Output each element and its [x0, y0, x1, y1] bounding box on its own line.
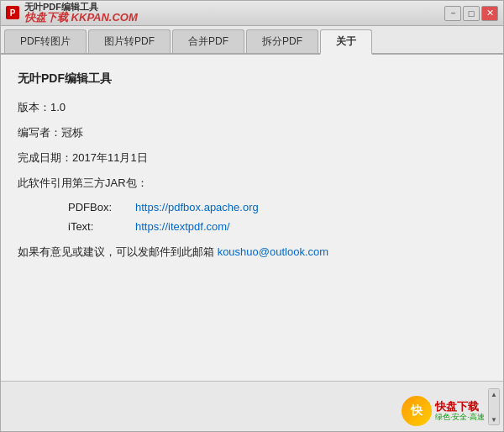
logo-icon: 快 [402, 396, 432, 426]
logo-icon-char: 快 [411, 403, 423, 419]
tab-pdf-to-img[interactable]: PDF转图片 [4, 29, 87, 53]
scrollbar[interactable]: ▲ ▼ [488, 388, 500, 425]
date-line: 完成日期：2017年11月1日 [18, 150, 486, 166]
title-text-group: 无叶PDF编辑工具 快盘下载 KKPAN.COM [24, 2, 138, 24]
jar-row-pdfbox: PDFBox: https://pdfbox.apache.org [68, 201, 486, 213]
logo-text-group: 快盘下载 绿色·安全·高速 [435, 400, 485, 422]
jar-intro: 此软件引用第三方JAR包： [18, 176, 486, 191]
about-content: 无叶PDF编辑工具 版本：1.0 编写者：冠栎 完成日期：2017年11月1日 … [1, 55, 503, 381]
feedback-line: 如果有意见或建议，可以发邮件到此邮箱 koushuo@outlook.com [18, 245, 486, 260]
jar-row-itext: iText: https://itextpdf.com/ [68, 220, 486, 233]
feedback-text: 如果有意见或建议，可以发邮件到此邮箱 [18, 245, 218, 258]
jar-url-itext[interactable]: https://itextpdf.com/ [135, 220, 230, 233]
watermark-text: 快盘下载 KKPAN.COM [24, 12, 138, 24]
jar-name-pdfbox: PDFBox: [68, 201, 135, 213]
tab-split-pdf[interactable]: 拆分PDF [246, 29, 318, 53]
jar-table: PDFBox: https://pdfbox.apache.org iText:… [68, 201, 486, 233]
version-line: 版本：1.0 [18, 100, 486, 115]
tab-merge-pdf[interactable]: 合并PDF [172, 29, 244, 53]
watermark-logo: 快 快盘下载 绿色·安全·高速 [402, 396, 485, 426]
feedback-email[interactable]: koushuo@outlook.com [218, 245, 328, 258]
close-button[interactable]: ✕ [481, 6, 498, 21]
minimize-button[interactable]: － [444, 6, 461, 21]
restore-button[interactable]: □ [463, 6, 480, 21]
tab-bar: PDF转图片 图片转PDF 合并PDF 拆分PDF 关于 [1, 26, 503, 55]
title-bar-left: P 无叶PDF编辑工具 快盘下载 KKPAN.COM [6, 2, 138, 24]
scroll-down-arrow[interactable]: ▼ [489, 414, 499, 424]
author-line: 编写者：冠栎 [18, 125, 486, 140]
tab-about[interactable]: 关于 [320, 29, 372, 55]
logo-main-text: 快盘下载 [435, 400, 485, 414]
logo-sub-text: 绿色·安全·高速 [435, 413, 485, 422]
title-controls: － □ ✕ [444, 6, 498, 21]
tab-img-to-pdf[interactable]: 图片转PDF [88, 29, 171, 53]
jar-url-pdfbox[interactable]: https://pdfbox.apache.org [135, 201, 259, 213]
about-title: 无叶PDF编辑工具 [18, 71, 486, 87]
bottom-bar: ▲ ▼ 快 快盘下载 绿色·安全·高速 [1, 381, 503, 431]
main-window: P 无叶PDF编辑工具 快盘下载 KKPAN.COM － □ ✕ PDF转图片 … [0, 0, 504, 432]
title-bar: P 无叶PDF编辑工具 快盘下载 KKPAN.COM － □ ✕ [1, 1, 503, 26]
scroll-up-arrow[interactable]: ▲ [489, 389, 499, 399]
jar-name-itext: iText: [68, 220, 135, 233]
app-icon: P [6, 6, 19, 19]
